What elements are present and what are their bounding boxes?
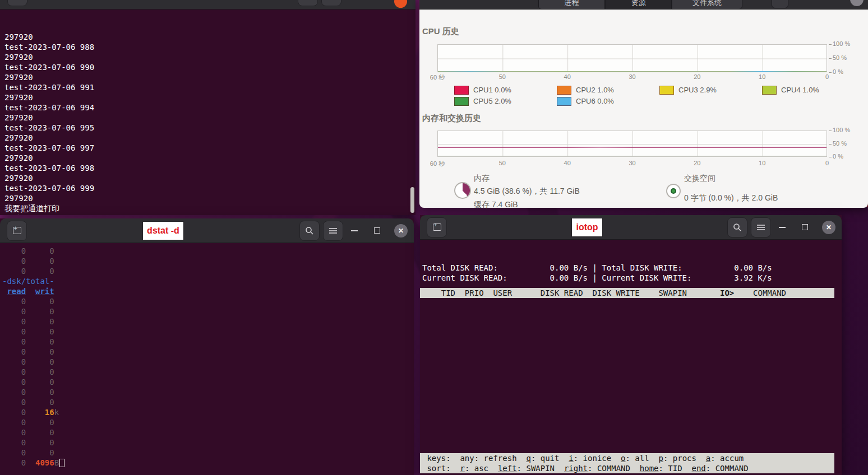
- cpu-history-chart: [437, 44, 827, 72]
- iotop-maximize-button[interactable]: [793, 224, 816, 230]
- main-terminal-titlebar[interactable]: lu@lu: /home: [0, 0, 415, 10]
- legend-swatch: [454, 97, 469, 106]
- terminal-scrollbar[interactable]: [410, 187, 414, 213]
- iotop-menu-button[interactable]: [751, 217, 771, 238]
- terminal-line: 297920: [4, 72, 415, 82]
- terminal-line: 297920: [4, 133, 415, 143]
- terminal-line: 0 0: [2, 337, 414, 347]
- sysmon-menu-button[interactable]: [772, 0, 788, 8]
- terminal-line: test-2023-07-06 997: [4, 143, 415, 153]
- tab-进程[interactable]: 进程: [538, 0, 605, 10]
- main-terminal-output[interactable]: 297920test-2023-07-06 988297920test-2023…: [0, 10, 415, 215]
- iotop-terminal-window: iotop ✕ Total DISK READ: 0.0: [420, 215, 842, 475]
- memory-label: 内存: [474, 174, 490, 184]
- terminal-line: 297920: [4, 32, 415, 42]
- close-button[interactable]: [394, 0, 407, 8]
- terminal-line: test-2023-07-06 990: [4, 62, 415, 72]
- tab-资源[interactable]: 资源: [605, 0, 672, 10]
- terminal-line: 0 0: [2, 327, 414, 337]
- legend-swatch: [659, 86, 674, 95]
- terminal-line: 0 0: [2, 437, 414, 448]
- terminal-line: 0 16k: [2, 407, 414, 417]
- legend-swatch: [762, 86, 777, 95]
- legend-item-CPU4: CPU4 1.0%: [762, 85, 865, 95]
- terminal-line: 0 0: [2, 306, 414, 316]
- tab-文件系统[interactable]: 文件系统: [672, 0, 742, 10]
- new-tab-icon: [13, 227, 21, 234]
- terminal-line: 297920: [4, 52, 415, 62]
- terminal-line: keys: any: refresh q: quit i: ionice o: …: [420, 453, 834, 463]
- system-monitor-titlebar[interactable]: 进程资源文件系统: [419, 0, 868, 10]
- swap-usage: 0 字节 (0.0 %)，共 2.0 GiB: [684, 193, 778, 203]
- memory-chart-x-axis: 60 秒50403020100: [437, 160, 827, 167]
- menu-button[interactable]: [321, 0, 341, 6]
- terminal-line: read writ: [2, 286, 414, 296]
- dstat-output[interactable]: 0 0 0 0 0 0-dsk/total- read writ 0 0 0 0…: [0, 243, 414, 468]
- terminal-line: TID PRIO USER DISK READ DISK WRITE SWAPI…: [420, 288, 834, 298]
- terminal-line: Total DISK READ: 0.00 B/s | Total DISK W…: [422, 263, 842, 273]
- legend-item-CPU5: CPU5 2.0%: [454, 96, 557, 106]
- memory-cache: 缓存 7.4 GiB: [474, 200, 518, 210]
- iotop-output[interactable]: Total DISK READ: 0.00 B/s | Total DISK W…: [420, 240, 842, 474]
- terminal-line: 0 0: [2, 427, 414, 437]
- swap-pie-icon: [666, 184, 681, 198]
- dstat-search-button[interactable]: [299, 221, 320, 241]
- maximize-icon: [374, 227, 380, 234]
- terminal-line: -dsk/total-: [2, 276, 414, 286]
- terminal-line: 297920: [4, 193, 415, 203]
- terminal-line: 0 0: [2, 367, 414, 377]
- legend-item-CPU6: CPU6 0.0%: [557, 96, 659, 106]
- terminal-line: 0 0: [2, 397, 414, 407]
- dstat-menu-button[interactable]: [323, 221, 343, 241]
- dstat-close-button[interactable]: ✕: [388, 224, 414, 238]
- terminal-line: 0 4096B: [2, 458, 414, 468]
- window-title: lu@lu: /home: [157, 0, 269, 2]
- dstat-terminal-window: dstat -d ✕ 0 0 0 0 0 0-: [0, 218, 414, 475]
- search-icon: [305, 226, 314, 235]
- legend-swatch: [557, 86, 571, 95]
- terminal-line: sort: r: asc left: SWAPIN right: COMMAND…: [420, 463, 834, 473]
- iotop-titlebar[interactable]: iotop ✕: [420, 215, 842, 240]
- terminal-line: 0 0: [2, 296, 414, 306]
- legend-swatch: [557, 97, 571, 106]
- terminal-line: Current DISK READ: 0.00 B/s | Current DI…: [422, 273, 842, 283]
- new-tab-icon: [433, 223, 441, 231]
- minimize-icon: [351, 230, 358, 231]
- desktop: lu@lu: /home 297920test-2023-07-06 98829…: [0, 0, 868, 475]
- terminal-line: 用时：16310520: [4, 213, 415, 215]
- iotop-new-tab-button[interactable]: [427, 217, 447, 238]
- terminal-line: 0 0: [2, 417, 414, 427]
- terminal-line: 297920: [4, 113, 415, 123]
- system-monitor-tabs: 进程资源文件系统: [538, 0, 742, 10]
- sysmon-close-button[interactable]: [850, 0, 864, 6]
- cpu-legend: CPU1 0.0%CPU2 1.0%CPU3 2.9%CPU4 1.0%CPU5…: [454, 85, 865, 106]
- legend-swatch: [454, 86, 469, 95]
- dstat-new-tab-button[interactable]: [7, 221, 27, 241]
- search-icon: [303, 0, 312, 1]
- terminal-line: 0 0: [2, 347, 414, 357]
- terminal-line: 297920: [4, 153, 415, 163]
- iotop-close-button[interactable]: ✕: [816, 221, 842, 234]
- iotop-minimize-button[interactable]: [771, 227, 793, 228]
- dstat-titlebar[interactable]: dstat -d ✕: [0, 218, 414, 243]
- terminal-line: 297920: [4, 92, 415, 103]
- dstat-maximize-button[interactable]: [366, 227, 388, 234]
- new-tab-button[interactable]: [7, 0, 27, 6]
- swap-label: 交换空间: [684, 174, 715, 184]
- iotop-search-button[interactable]: [727, 217, 747, 238]
- terminal-line: 0 0: [2, 316, 414, 327]
- memory-usage: 4.5 GiB (38.6 %)，共 11.7 GiB: [474, 187, 580, 197]
- iotop-column-header: TID PRIO USER DISK READ DISK WRITE SWAPI…: [420, 288, 834, 298]
- search-button[interactable]: [298, 0, 318, 6]
- terminal-line: 297920: [4, 173, 415, 183]
- swap-dot: [671, 188, 676, 194]
- terminal-line: test-2023-07-06 999: [4, 183, 415, 193]
- terminal-line: 0 0: [2, 448, 414, 458]
- terminal-line: 0 0: [2, 266, 414, 276]
- dstat-window-title: dstat -d: [143, 222, 183, 240]
- iotop-keys-bar: keys: any: refresh q: quit i: ionice o: …: [420, 453, 834, 473]
- cpu-chart-x-axis: 60 秒50403020100: [437, 73, 827, 81]
- close-icon: ✕: [394, 224, 408, 238]
- dstat-minimize-button[interactable]: [343, 230, 366, 231]
- maximize-icon: [802, 224, 808, 230]
